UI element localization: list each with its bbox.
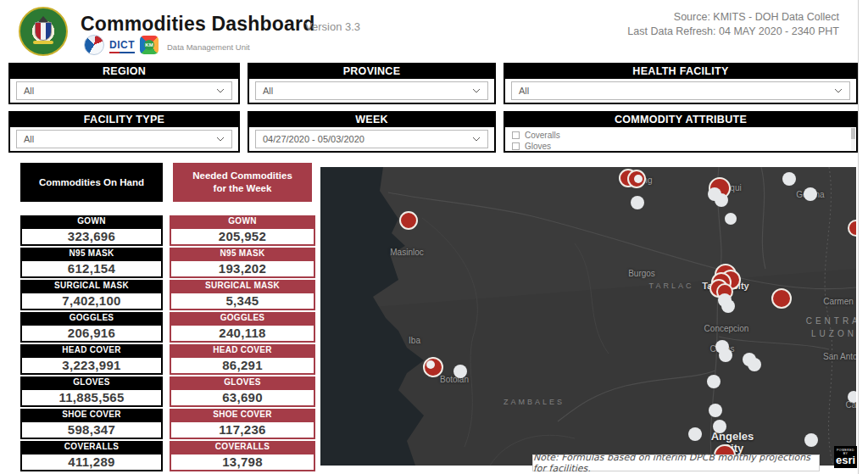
commodity-card-label: COVERALLS <box>170 441 315 453</box>
map-bubble-white[interactable] <box>721 299 735 313</box>
doh-seal-logo <box>19 7 68 56</box>
source-info: Source: KMITS - DOH Data Collect Last Da… <box>627 10 839 39</box>
map-bubble-red[interactable] <box>399 211 418 230</box>
map-bubble-white[interactable] <box>713 420 726 433</box>
facility-type-dropdown[interactable]: All <box>16 130 232 148</box>
commodity-card-value: 3,223,991 <box>20 356 163 375</box>
commodity-card-label: GOGGLES <box>170 312 315 324</box>
filter-health-facility: HEALTH FACILITY All <box>504 63 858 104</box>
filter-week-title: WEEK <box>249 113 494 127</box>
commodity-card[interactable]: SURGICAL MASK7,402,100 <box>20 280 163 310</box>
commodity-card-label: N95 MASK <box>170 248 315 259</box>
option-label: Gloves <box>525 142 551 151</box>
commodity-card-label: SURGICAL MASK <box>20 280 163 292</box>
commodities-dashboard: Commodities Dashboard Version 3.3 DICT K… <box>0 0 868 474</box>
commodity-card-label: N95 MASK <box>20 248 163 259</box>
checkbox-icon[interactable] <box>512 131 520 139</box>
scrollbar[interactable] <box>851 128 855 150</box>
commodity-card[interactable]: GOWN323,696 <box>20 215 163 246</box>
map-bubble-white[interactable] <box>453 365 467 378</box>
commodity-attribute-option-coveralls[interactable]: Coveralls <box>512 130 856 140</box>
commodity-card[interactable]: SURGICAL MASK5,345 <box>170 280 315 310</box>
health-facility-dropdown-value: All <box>519 86 529 96</box>
commodity-card[interactable]: GOWN205,952 <box>170 215 315 246</box>
page-title: Commodities Dashboard <box>81 13 314 36</box>
commodity-card-label: GOWN <box>170 215 315 227</box>
commodity-card-value: 13,798 <box>170 453 315 471</box>
commodity-card-value: 117,236 <box>170 421 315 439</box>
map-bubble-red[interactable] <box>771 288 792 309</box>
map-bubble-white[interactable] <box>725 213 737 225</box>
commodity-card[interactable]: HEAD COVER86,291 <box>170 344 315 375</box>
commodity-card[interactable]: N95 MASK193,202 <box>170 248 315 278</box>
scrollbar-thumb[interactable] <box>851 128 855 139</box>
week-dropdown[interactable]: 04/27/2020 - 05/03/2020 <box>255 130 488 148</box>
commodity-card-value: 86,291 <box>170 356 315 375</box>
checkbox-icon[interactable] <box>512 142 520 150</box>
map-bubble-white[interactable] <box>688 427 702 441</box>
commodity-card-label: GOGGLES <box>20 312 163 324</box>
commodity-card-label: GOWN <box>20 215 163 227</box>
commodity-attribute-option-gloves[interactable]: Gloves <box>512 141 856 151</box>
map-place-label: ZAMBALES <box>504 398 565 406</box>
map-bubble-white[interactable] <box>782 172 796 186</box>
commodity-card[interactable]: SHOE COVER117,236 <box>170 409 315 439</box>
on-hand-cards-column: GOWN323,696N95 MASK612,154SURGICAL MASK7… <box>20 215 163 471</box>
commodity-card[interactable]: GLOVES11,885,565 <box>20 376 163 407</box>
commodity-card-label: HEAD COVER <box>20 344 163 356</box>
filter-facility-type: FACILITY TYPE All <box>8 111 240 153</box>
map-place-label: Iba <box>409 336 420 345</box>
province-dropdown[interactable]: All <box>255 81 488 100</box>
filter-province-title: PROVINCE <box>249 64 494 79</box>
map-bubble-white[interactable] <box>709 404 722 417</box>
commodity-card-value: 323,696 <box>20 227 163 246</box>
map-bubble-white[interactable] <box>848 391 856 403</box>
doh-seal-shield <box>35 22 52 41</box>
needed-column-header: Needed Commodities for the Week <box>173 163 312 202</box>
source-line: Source: KMITS - DOH Data Collect <box>627 10 839 25</box>
commodity-card-value: 63,690 <box>170 388 315 407</box>
commodity-card[interactable]: GOGGLES240,118 <box>170 312 315 343</box>
health-facility-dropdown[interactable]: All <box>511 81 850 100</box>
map-bubble-dot <box>634 175 643 183</box>
region-dropdown[interactable]: All <box>16 81 232 100</box>
commodity-card[interactable]: SHOE COVER598,347 <box>20 409 163 439</box>
km-logo: KM <box>140 36 159 54</box>
commodity-card[interactable]: COVERALLS411,289 <box>20 441 163 471</box>
map-bubble-white[interactable] <box>719 349 732 362</box>
commodity-card[interactable]: COVERALLS13,798 <box>170 441 315 471</box>
map-bubble-white[interactable] <box>804 433 818 447</box>
commodity-card[interactable]: N95 MASK612,154 <box>20 248 163 278</box>
map-place-label: CENTRAL <box>806 316 856 326</box>
on-hand-column-header: Commodities On Hand <box>20 163 163 202</box>
map-bubble-white[interactable] <box>707 375 721 388</box>
version-label: Version 3.3 <box>305 20 360 33</box>
commodity-card-label: SURGICAL MASK <box>170 280 315 292</box>
map-basemap <box>320 167 856 466</box>
doh-seal-banner <box>33 41 53 44</box>
needed-cards-column: GOWN205,952N95 MASK193,202SURGICAL MASK5… <box>170 215 315 471</box>
map-place-label: LUZON <box>811 329 856 338</box>
filter-commodity-attribute: COMMODITY ATTRIBUTE Coveralls Gloves <box>504 111 858 153</box>
chevron-down-icon <box>472 88 481 93</box>
filter-health-facility-title: HEALTH FACILITY <box>505 64 856 79</box>
province-dropdown-value: All <box>263 86 273 96</box>
facilities-map[interactable]: CamilingPaniquiGeronaMasinlocBurgosTARLA… <box>320 167 856 466</box>
chevron-down-icon <box>472 137 481 142</box>
km-logo-center: KM <box>144 40 154 50</box>
last-refresh-line: Last Data Refresh: 04 MAY 2020 - 2340 PH… <box>627 25 839 39</box>
commodity-card[interactable]: GLOVES63,690 <box>170 376 315 407</box>
commodity-card[interactable]: HEAD COVER3,223,991 <box>20 344 163 375</box>
map-place-label: TARLAC <box>649 282 694 290</box>
filter-facility-type-title: FACILITY TYPE <box>10 113 238 127</box>
commodity-card-label: SHOE COVER <box>20 409 163 421</box>
dict-seal-icon <box>84 35 104 55</box>
map-bubble-white[interactable] <box>715 193 728 207</box>
map-bubble-white[interactable] <box>631 196 644 209</box>
map-bubble-white[interactable] <box>804 187 817 201</box>
map-bubble-white[interactable] <box>748 358 761 371</box>
commodity-card[interactable]: GOGGLES206,916 <box>20 312 163 343</box>
filter-commodity-attribute-title: COMMODITY ATTRIBUTE <box>505 113 856 127</box>
commodity-card-value: 205,952 <box>170 227 315 246</box>
map-note: Note: Formulas based on interim DPCB mon… <box>532 454 820 471</box>
